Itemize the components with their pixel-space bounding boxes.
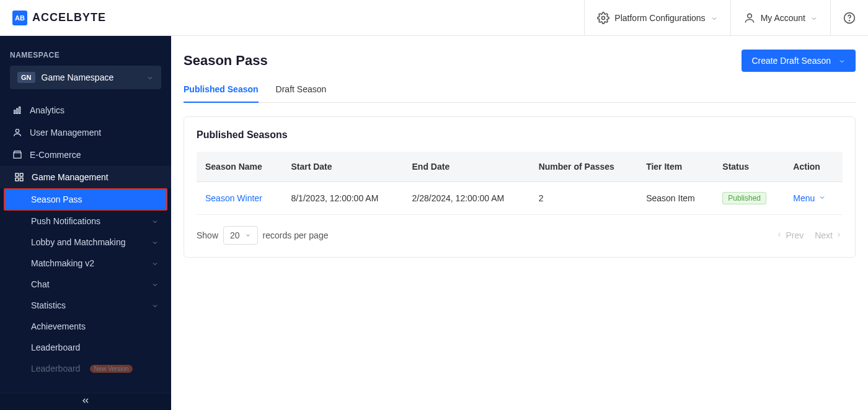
tabs: Published Season Draft Season: [184, 81, 856, 103]
col-status: Status: [714, 152, 784, 182]
chevron-left-icon: [776, 230, 783, 240]
platform-configurations-label: Platform Configurations: [614, 13, 705, 23]
pager-show-label: Show: [197, 230, 218, 240]
cell-passes: 2: [530, 182, 637, 215]
prev-button[interactable]: Prev: [776, 230, 804, 240]
brand-name: ACCELBYTE: [32, 11, 106, 24]
sidebar-item-label: Game Management: [32, 172, 159, 182]
sidebar-sub-lobby-matchmaking[interactable]: Lobby and Matchmaking: [0, 232, 171, 253]
sidebar-sub-label: Leaderboard: [31, 364, 80, 373]
page-title: Season Pass: [184, 53, 268, 69]
chevron-down-icon: [151, 281, 159, 288]
chevron-down-icon: [151, 217, 159, 225]
season-link[interactable]: Season Winter: [205, 193, 262, 203]
col-action: Action: [784, 152, 843, 182]
seasons-table: Season Name Start Date End Date Number o…: [197, 152, 843, 215]
sidebar-sub-label: Achievements: [31, 321, 86, 331]
next-button[interactable]: Next: [815, 230, 843, 240]
sidebar-item-game-management[interactable]: Game Management: [0, 166, 171, 188]
chevron-right-icon: [835, 230, 843, 240]
sidebar-item-label: User Management: [30, 128, 159, 137]
chevron-double-left-icon: [81, 396, 91, 408]
sidebar-sub-matchmaking-v2[interactable]: Matchmaking v2: [0, 253, 171, 274]
page-size-value: 20: [230, 230, 240, 240]
sidebar-sub-label: Season Pass: [31, 194, 82, 204]
sidebar-sub-achievements[interactable]: Achievements: [0, 316, 171, 337]
sidebar-sub-statistics[interactable]: Statistics: [0, 295, 171, 316]
user-icon: [743, 12, 756, 24]
svg-rect-5: [17, 108, 18, 113]
brand-logo[interactable]: AB ACCELBYTE: [12, 11, 106, 25]
svg-point-0: [602, 16, 605, 19]
col-season-name: Season Name: [197, 152, 282, 182]
svg-rect-9: [16, 173, 19, 177]
create-draft-season-button[interactable]: Create Draft Season: [742, 50, 856, 72]
brand-badge-icon: AB: [12, 11, 27, 25]
sidebar-sub-label: Statistics: [31, 300, 66, 310]
tab-draft-season[interactable]: Draft Season: [276, 81, 327, 102]
sidebar-item-label: Analytics: [30, 105, 159, 115]
col-tier-item: Tier Item: [637, 152, 714, 182]
menu-label: Menu: [793, 193, 815, 203]
svg-rect-12: [20, 178, 23, 181]
sidebar-sub-label: Leaderboard: [31, 342, 80, 352]
svg-rect-11: [16, 178, 19, 181]
sidebar-sub-leaderboard-new[interactable]: Leaderboard New Version: [0, 358, 171, 379]
pager-records-label: records per page: [263, 230, 329, 240]
svg-rect-4: [14, 110, 16, 113]
sidebar-sub-push-notifications[interactable]: Push Notifications: [0, 211, 171, 232]
cell-end-date: 2/28/2024, 12:00:00 AM: [404, 182, 530, 215]
sidebar-sub-chat[interactable]: Chat: [0, 274, 171, 295]
cell-start-date: 8/1/2023, 12:00:00 AM: [282, 182, 403, 215]
sidebar-item-analytics[interactable]: Analytics: [0, 99, 171, 121]
svg-rect-6: [19, 107, 20, 114]
next-label: Next: [815, 230, 833, 240]
svg-point-7: [16, 129, 19, 133]
help-icon: [843, 12, 856, 24]
chevron-down-icon: [151, 260, 159, 267]
table-row: Season Winter 8/1/2023, 12:00:00 AM 2/28…: [197, 182, 843, 215]
status-badge: Published: [722, 192, 766, 204]
sidebar-sub-label: Push Notifications: [31, 216, 100, 226]
platform-configurations-menu[interactable]: Platform Configurations: [584, 0, 730, 35]
svg-point-3: [849, 20, 850, 20]
gear-icon: [597, 12, 609, 24]
sidebar: NAMESPACE GN Game Namespace Analytics Us…: [0, 36, 171, 410]
store-icon: [12, 150, 22, 160]
sidebar-item-label: E-Commerce: [30, 150, 159, 160]
namespace-name: Game Namespace: [42, 72, 141, 82]
sidebar-collapse-button[interactable]: [0, 393, 171, 410]
namespace-label: NAMESPACE: [0, 36, 171, 66]
namespace-badge: GN: [17, 72, 35, 83]
tab-published-season[interactable]: Published Season: [184, 81, 259, 103]
panel-title: Published Seasons: [197, 129, 843, 141]
svg-point-1: [747, 14, 751, 18]
sidebar-sub-label: Matchmaking v2: [31, 258, 94, 268]
my-account-menu[interactable]: My Account: [730, 0, 830, 35]
namespace-selector[interactable]: GN Game Namespace: [10, 66, 161, 89]
sidebar-sub-leaderboard[interactable]: Leaderboard: [0, 337, 171, 358]
svg-rect-10: [20, 173, 23, 177]
col-number-passes: Number of Passes: [530, 152, 637, 182]
row-action-menu[interactable]: Menu: [793, 193, 834, 203]
chart-icon: [12, 105, 22, 115]
sidebar-sub-label: Lobby and Matchmaking: [31, 237, 126, 247]
sidebar-item-ecommerce[interactable]: E-Commerce: [0, 144, 171, 166]
chevron-down-icon: [818, 193, 826, 203]
grid-icon: [14, 172, 24, 182]
col-start-date: Start Date: [282, 152, 403, 182]
prev-label: Prev: [786, 230, 804, 240]
col-end-date: End Date: [404, 152, 530, 182]
my-account-label: My Account: [761, 13, 805, 23]
main-content: Season Pass Create Draft Season Publishe…: [171, 36, 868, 410]
svg-rect-8: [14, 153, 21, 159]
sidebar-item-user-management[interactable]: User Management: [0, 121, 171, 144]
sidebar-sub-season-pass[interactable]: Season Pass: [4, 188, 167, 211]
help-button[interactable]: [830, 0, 856, 35]
user-icon: [12, 128, 22, 137]
page-size-select[interactable]: 20: [223, 226, 258, 245]
published-seasons-panel: Published Seasons Season Name Start Date…: [184, 116, 856, 258]
chevron-down-icon: [151, 238, 159, 246]
chevron-down-icon: [711, 14, 718, 22]
chevron-down-icon: [151, 302, 159, 309]
